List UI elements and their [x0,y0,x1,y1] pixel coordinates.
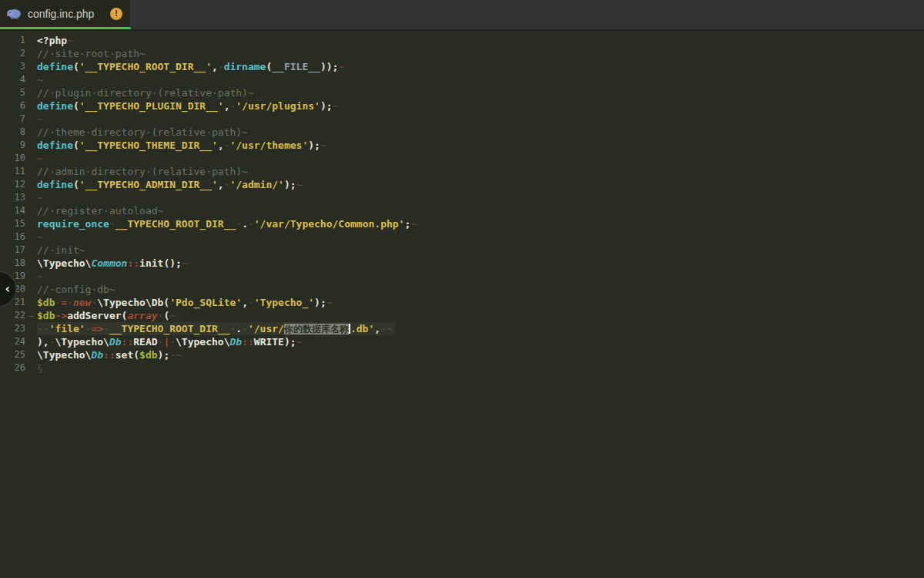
code-token: 'Pdo_SQLite' [169,297,242,308]
code-line[interactable]: ··'file'·=>·__TYPECHO_ROOT_DIR__·.·'/usr… [37,322,395,335]
code-token: 'file' [49,323,85,334]
code-token: -> [55,310,67,321]
line-number: 15 [0,217,35,230]
code-token: __TYPECHO_ROOT_DIR__ [109,323,230,334]
code-token: '/var/Typecho/Common.php' [254,218,405,230]
code-token: , [218,179,224,190]
code-line[interactable]: define('__TYPECHO_THEME_DIR__',·'/usr/th… [37,139,329,152]
code-token: READ [133,336,157,348]
code-token: · [103,323,109,334]
code-line[interactable]: require_once·__TYPECHO_ROOT_DIR__·.·'/va… [37,217,419,230]
code-token: ·· [37,323,49,334]
code-line[interactable]: //·admin·directory·(relative·path)~ [37,165,250,178]
code-token: <?php [37,35,67,46]
code-line[interactable]: //·config·db~ [37,283,118,296]
code-line[interactable]: <?php~ [37,34,75,47]
code-token: ~ [37,74,43,86]
code-token: '/usr/themes' [229,139,308,151]
code-token: //·config·db~ [37,284,116,295]
code-token: . [236,323,242,334]
code-token: \Typecho\ [37,257,91,269]
code-token: define [37,179,73,190]
code-line[interactable]: ),·\Typecho\Db::READ·|·\Typecho\Db::WRIT… [37,335,304,348]
code-line[interactable]: $db·=·new·\Typecho\Db('Pdo_SQLite',·'Typ… [37,296,335,309]
code-token: Db [230,336,243,348]
tab-config-inc-php[interactable]: config.inc.php ! [0,0,131,29]
code-line[interactable]: define('__TYPECHO_ROOT_DIR__',·dirname(_… [37,60,346,73]
code-token: :: [122,336,134,348]
code-line[interactable]: ~ [37,230,52,244]
code-line[interactable]: //·plugin·directory·(relative·path)~ [37,86,256,99]
code-line[interactable]: \Typecho\Db::set($db);·~ [37,348,184,361]
code-token: __TYPECHO_ROOT_DIR__ [116,218,236,230]
line-number: 4 [0,73,35,86]
code-token: //·theme·directory·(relative·path)~ [37,126,248,138]
code-token: //·site·root·path~ [37,48,146,59]
code-token: '/admin/' [229,179,283,190]
tab-bar: config.inc.php ! [0,0,924,31]
code-token: · [109,218,116,230]
line-number: 14 [0,204,35,217]
code-line[interactable]: //·register·autoload~ [37,204,166,217]
line-number: 24 [0,335,35,348]
code-token: , [242,297,248,308]
code-token: ~ [37,231,43,243]
code-line[interactable]: //·theme·directory·(relative·path)~ [37,126,250,139]
code-token: :: [103,349,116,361]
modified-badge[interactable]: ! [110,8,122,20]
code-area[interactable]: <?php~//·site·root·path~define('__TYPECH… [35,34,924,578]
code-token: 'Typecho_' [254,297,314,308]
code-token: ~ [338,61,344,72]
chevron-left-icon: ‹ [5,281,10,296]
code-token: $db [37,297,55,308]
code-line[interactable]: ~ [37,270,52,283]
code-token: Db [109,336,122,348]
code-line[interactable]: § [37,361,52,375]
code-line[interactable]: \Typecho\Common::init();~ [37,257,190,270]
code-token: $db [139,349,157,361]
fold-marker[interactable]: – [28,309,34,322]
line-number: 10 [0,152,35,165]
code-token: require_once [37,218,109,230]
code-token: //·admin·directory·(relative·path)~ [37,166,248,177]
code-token: '__TYPECHO_ADMIN_DIR__' [79,179,218,190]
line-number: 1 [0,34,35,47]
code-token: '/usr/ [248,323,284,334]
code-token: array [127,310,157,321]
code-token: ~ [182,257,188,269]
code-line[interactable]: define('__TYPECHO_PLUGIN_DIR__',·'/usr/p… [37,99,340,113]
code-token: ~ [37,153,43,164]
code-token: //·register·autoload~ [37,205,163,217]
code-token: init(); [139,257,182,269]
code-token: \Typecho\Db( [97,297,169,308]
code-token: ~ [67,35,73,46]
line-number: 25 [0,348,35,361]
code-token: '__TYPECHO_THEME_DIR__' [79,139,218,151]
code-line[interactable]: ~ [37,152,52,165]
code-token: :: [127,257,139,269]
code-token: '__TYPECHO_PLUGIN_DIR__' [79,100,224,112]
code-line[interactable]: ~ [37,73,52,86]
code-line[interactable]: //·init~ [37,244,88,257]
code-token: Common [91,257,127,269]
code-token: .db' [350,323,374,334]
code-line[interactable]: //·site·root·path~ [37,47,148,60]
code-token: ); [158,349,170,361]
code-token: , [218,139,224,151]
code-line[interactable]: ~ [37,191,52,204]
line-number: 18 [0,257,35,270]
code-line[interactable]: ~ [37,113,52,126]
code-token: · [242,323,248,334]
code-token: Db [91,349,103,361]
code-token: · [248,218,254,230]
code-token: ~ [410,218,417,230]
code-token: dirname [224,61,266,72]
code-token: ); [314,297,326,308]
line-number: 11 [0,165,35,178]
code-token: )); [320,61,338,72]
code-line[interactable]: $db->addServer(array·(~ [37,309,178,322]
code-line[interactable]: define('__TYPECHO_ADMIN_DIR__',·'/admin/… [37,178,304,191]
line-number: 12 [0,178,35,191]
code-token: ~ [37,192,43,203]
code-token: , [374,323,380,334]
